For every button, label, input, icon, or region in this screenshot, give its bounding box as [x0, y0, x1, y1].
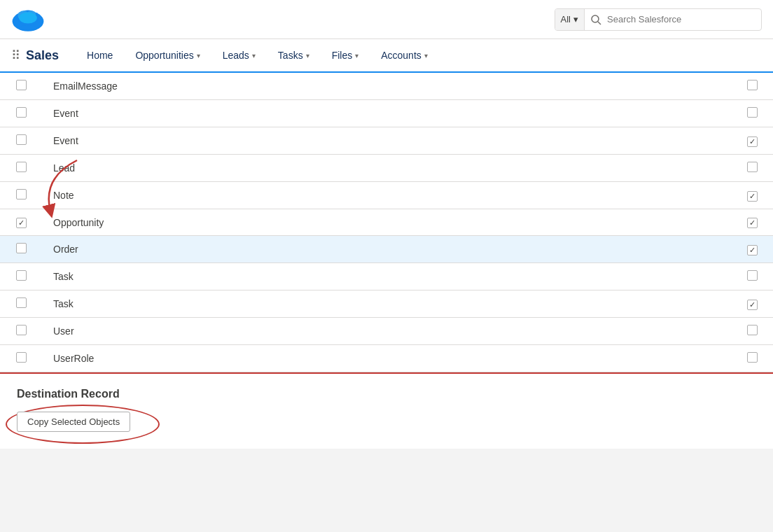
nav-items: Home Opportunities ▾ Leads ▾ Tasks ▾ Fil…	[76, 39, 439, 71]
left-checkbox[interactable]	[16, 325, 27, 335]
nav-item-leads[interactable]: Leads ▾	[211, 39, 267, 71]
left-checkbox-cell	[0, 155, 42, 182]
nav-item-home[interactable]: Home	[76, 39, 124, 71]
object-name: Event	[42, 100, 731, 127]
right-checkbox-cell	[731, 73, 773, 100]
nav-item-files[interactable]: Files ▾	[321, 39, 370, 71]
right-checkbox-cell	[731, 127, 773, 155]
left-checkbox-cell	[0, 127, 42, 155]
table-row: Lead	[0, 155, 773, 182]
left-checkbox[interactable]	[16, 80, 27, 90]
left-checkbox-cell	[0, 236, 42, 263]
top-bar: All ▾	[0, 0, 773, 39]
nav-opportunities-label: Opportunities	[135, 50, 193, 61]
nav-home-label: Home	[87, 50, 113, 61]
left-checkbox-cell	[0, 263, 42, 290]
table-row: Opportunity	[0, 209, 773, 236]
left-checkbox[interactable]	[16, 107, 27, 118]
right-checkbox[interactable]	[747, 270, 758, 281]
left-checkbox-cell	[0, 290, 42, 318]
left-checkbox-cell	[0, 209, 42, 236]
table-row: Note	[0, 182, 773, 209]
right-checkbox[interactable]	[747, 245, 758, 255]
left-checkbox-cell	[0, 345, 42, 372]
right-checkbox[interactable]	[747, 325, 758, 335]
left-checkbox-cell	[0, 318, 42, 345]
object-name: EmailMessage	[42, 73, 731, 100]
salesforce-logo	[11, 7, 45, 32]
right-checkbox[interactable]	[747, 191, 758, 202]
left-checkbox[interactable]	[16, 162, 27, 172]
left-checkbox-cell	[0, 182, 42, 209]
objects-table: EmailMessageEventEventLeadNoteOpportunit…	[0, 73, 773, 372]
left-checkbox[interactable]	[16, 270, 27, 281]
opportunities-chevron-icon: ▾	[197, 52, 200, 59]
nav-tasks-label: Tasks	[278, 50, 303, 61]
search-bar: All ▾	[555, 8, 762, 31]
svg-point-7	[592, 15, 599, 22]
right-checkbox[interactable]	[747, 80, 758, 90]
object-name: Opportunity	[42, 209, 731, 236]
left-checkbox-cell	[0, 73, 42, 100]
nav-item-tasks[interactable]: Tasks ▾	[267, 39, 321, 71]
leads-chevron-icon: ▾	[252, 52, 256, 59]
app-name: Sales	[26, 48, 59, 63]
right-checkbox[interactable]	[747, 136, 758, 147]
table-row: Task	[0, 263, 773, 290]
table-row: Order	[0, 236, 773, 263]
search-all-dropdown[interactable]: All ▾	[555, 9, 585, 30]
left-checkbox[interactable]	[16, 352, 27, 363]
object-name: Order	[42, 236, 731, 263]
destination-section: Destination Record Copy Selected Objects	[0, 372, 773, 449]
table-row: Event	[0, 127, 773, 155]
object-name: Lead	[42, 155, 731, 182]
object-name: Note	[42, 182, 731, 209]
table-row: EmailMessage	[0, 73, 773, 100]
nav-item-accounts[interactable]: Accounts ▾	[370, 39, 439, 71]
svg-line-8	[598, 22, 601, 24]
object-name: UserRole	[42, 345, 731, 372]
copy-selected-objects-button[interactable]: Copy Selected Objects	[17, 412, 130, 432]
right-checkbox[interactable]	[747, 107, 758, 118]
table-row: User	[0, 318, 773, 345]
nav-files-label: Files	[332, 50, 353, 61]
search-all-label: All	[561, 14, 571, 24]
right-checkbox[interactable]	[747, 218, 758, 228]
right-checkbox-cell	[731, 345, 773, 372]
right-checkbox-cell	[731, 236, 773, 263]
right-checkbox-cell	[731, 182, 773, 209]
right-checkbox-cell	[731, 290, 773, 318]
left-checkbox[interactable]	[16, 189, 27, 200]
table-row: Event	[0, 100, 773, 127]
object-name: Event	[42, 127, 731, 155]
left-checkbox[interactable]	[16, 134, 27, 145]
right-checkbox-cell	[731, 318, 773, 345]
tasks-chevron-icon: ▾	[306, 52, 309, 59]
copy-button-wrap: Copy Selected Objects	[17, 412, 130, 432]
search-icon	[585, 14, 607, 25]
object-name: User	[42, 318, 731, 345]
right-checkbox[interactable]	[747, 162, 758, 172]
search-dropdown-chevron[interactable]: ▾	[573, 14, 578, 24]
right-checkbox[interactable]	[747, 352, 758, 363]
left-checkbox-cell	[0, 100, 42, 127]
right-checkbox[interactable]	[747, 300, 758, 310]
table-section: EmailMessageEventEventLeadNoteOpportunit…	[0, 73, 773, 372]
search-input[interactable]	[607, 14, 761, 24]
nav-bar: ⠿ Sales Home Opportunities ▾ Leads ▾ Tas…	[0, 39, 773, 73]
nav-leads-label: Leads	[223, 50, 249, 61]
right-checkbox-cell	[731, 263, 773, 290]
accounts-chevron-icon: ▾	[424, 52, 428, 59]
nav-item-opportunities[interactable]: Opportunities ▾	[124, 39, 211, 71]
nav-accounts-label: Accounts	[381, 50, 422, 61]
right-checkbox-cell	[731, 100, 773, 127]
left-checkbox[interactable]	[16, 218, 27, 228]
table-row: UserRole	[0, 345, 773, 372]
object-name: Task	[42, 263, 731, 290]
apps-icon[interactable]: ⠿	[11, 48, 20, 63]
destination-title: Destination Record	[17, 388, 756, 400]
right-checkbox-cell	[731, 155, 773, 182]
left-checkbox[interactable]	[16, 298, 27, 308]
left-checkbox[interactable]	[16, 243, 27, 253]
files-chevron-icon: ▾	[355, 52, 358, 59]
